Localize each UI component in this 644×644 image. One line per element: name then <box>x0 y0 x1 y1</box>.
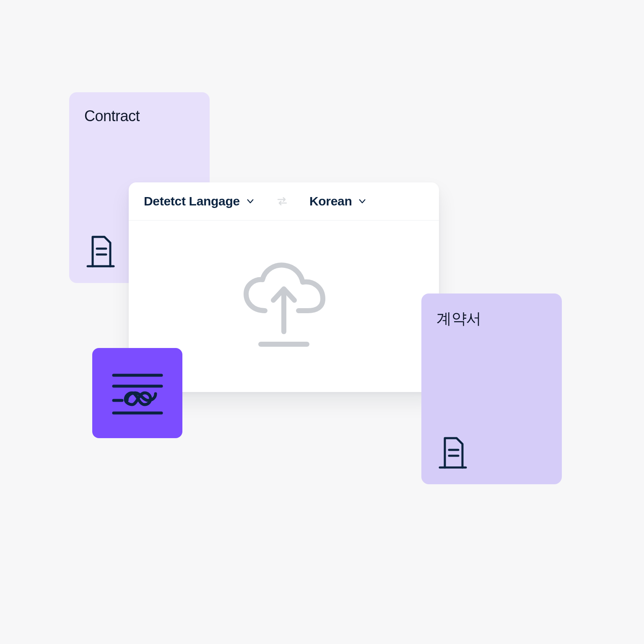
target-document-title: 계약서 <box>436 309 547 329</box>
chevron-down-icon <box>358 197 367 206</box>
file-document-icon <box>436 431 547 473</box>
target-language-select[interactable]: Korean <box>309 194 367 208</box>
swap-arrows-icon[interactable] <box>275 194 289 208</box>
source-language-select[interactable]: Detetct Langage <box>144 194 255 208</box>
translator-header: Detetct Langage Korean <box>129 182 439 221</box>
target-language-label: Korean <box>309 194 352 208</box>
target-document-card: 계약서 <box>421 293 562 484</box>
source-language-label: Detetct Langage <box>144 194 240 208</box>
cloud-upload-icon <box>231 260 336 353</box>
text-wrap-tile <box>92 348 182 438</box>
text-infinity-icon <box>106 362 169 425</box>
source-document-title: Contract <box>84 107 195 125</box>
chevron-down-icon <box>246 197 255 206</box>
